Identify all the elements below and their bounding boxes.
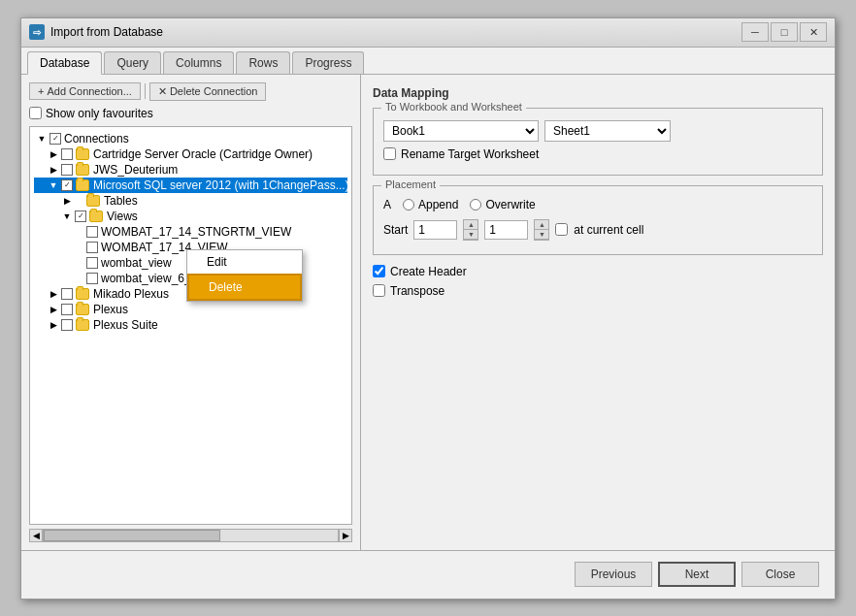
scrollbar-row: ◀ ▶	[29, 529, 352, 542]
row-spinner-down[interactable]: ▼	[464, 230, 477, 240]
transpose-label: Transpose	[390, 284, 444, 298]
root-expander[interactable]: ▼	[36, 133, 48, 145]
wombat3-checkbox[interactable]	[86, 257, 98, 269]
previous-button[interactable]: Previous	[575, 562, 652, 587]
tree-item-tables[interactable]: ▶ Tables	[34, 193, 347, 209]
context-menu-edit[interactable]: Edit	[187, 250, 302, 274]
maximize-button[interactable]: □	[771, 22, 798, 42]
wombat4-label: wombat_view_6_1	[101, 272, 197, 285]
row-spinner: ▲ ▼	[463, 219, 478, 241]
mikado-checkbox[interactable]	[61, 288, 73, 300]
content-area: + Add Connection... ✕ Delete Connection …	[21, 75, 835, 550]
footer: Previous Next Close	[21, 550, 835, 599]
connection-toolbar: + Add Connection... ✕ Delete Connection	[29, 82, 352, 101]
row-spinner-up[interactable]: ▲	[464, 220, 477, 230]
create-header-checkbox[interactable]	[373, 265, 385, 277]
delete-connection-button[interactable]: ✕ Delete Connection	[149, 82, 267, 101]
overwrite-radio[interactable]	[470, 199, 481, 211]
tables-folder-icon	[86, 195, 100, 207]
wombat4-checkbox[interactable]	[86, 273, 98, 284]
root-label: Connections	[64, 132, 129, 146]
placement-content: A Append Overwrite Start	[383, 198, 812, 241]
mssql-expander[interactable]: ▼	[48, 179, 59, 191]
jws-folder-icon	[76, 164, 89, 176]
mikado-folder-icon	[76, 288, 89, 300]
close-button[interactable]: Close	[741, 562, 819, 587]
cartridge-checkbox[interactable]	[61, 148, 73, 160]
tree-item-mssql[interactable]: ▼ ✓ Microsoft SQL server 2012 (with 1Cha…	[34, 178, 347, 193]
tree-item-plexus[interactable]: ▶ Plexus	[34, 302, 347, 317]
create-header-label: Create Header	[390, 265, 467, 278]
tree-item-wombat1[interactable]: WOMBAT_17_14_STNGRTM_VIEW	[34, 224, 347, 240]
cartridge-folder-icon	[76, 148, 89, 160]
tab-database[interactable]: Database	[27, 51, 102, 75]
toolbar-separator	[145, 83, 146, 99]
views-expander[interactable]: ▼	[61, 211, 73, 222]
plexus-checkbox[interactable]	[61, 304, 73, 315]
tables-expander[interactable]: ▶	[61, 195, 73, 207]
tab-query[interactable]: Query	[104, 51, 161, 74]
overwrite-option: Overwrite	[470, 198, 535, 211]
placement-group: Placement A Append Overwrite	[373, 185, 823, 255]
window-close-button[interactable]: ✕	[800, 22, 827, 42]
cartridge-label: Cartridge Server Oracle (Cartridge Owner…	[93, 147, 313, 161]
tree-root[interactable]: ▼ ✓ Connections	[34, 131, 347, 146]
wombat3-label: wombat_view	[101, 256, 172, 270]
root-checkbox[interactable]: ✓	[49, 133, 61, 145]
tree-container[interactable]: ▼ ✓ Connections ▶ Cartridge Server Oracl…	[29, 126, 352, 525]
tab-progress[interactable]: Progress	[292, 51, 364, 74]
rename-target-checkbox[interactable]	[383, 147, 396, 160]
views-checkbox[interactable]: ✓	[75, 211, 86, 222]
scroll-left-button[interactable]: ◀	[29, 529, 43, 542]
wombat1-checkbox[interactable]	[86, 226, 98, 238]
next-button[interactable]: Next	[658, 562, 736, 587]
plexus-expander[interactable]: ▶	[48, 304, 59, 315]
right-panel: Data Mapping To Workbook and Worksheet B…	[361, 75, 835, 550]
placement-radio-row: A Append Overwrite	[383, 198, 812, 211]
window-title: Import from Database	[50, 25, 741, 39]
plexussuite-checkbox[interactable]	[61, 319, 73, 331]
append-radio[interactable]	[403, 199, 414, 211]
start-row-input[interactable]	[413, 220, 457, 240]
col-spinner: ▲ ▼	[534, 219, 549, 241]
connection-tree: ▼ ✓ Connections ▶ Cartridge Server Oracl…	[30, 127, 351, 524]
jws-label: JWS_Deuterium	[93, 163, 178, 177]
cartridge-expander[interactable]: ▶	[48, 148, 59, 160]
sheet-select[interactable]: Sheet1	[544, 120, 671, 142]
workbook-row: Book1 Sheet1	[383, 120, 812, 142]
rename-target-row: Rename Target Worksheet	[383, 147, 812, 161]
tables-label: Tables	[104, 194, 138, 208]
context-menu-delete[interactable]: Delete	[187, 274, 302, 301]
start-col-input[interactable]	[484, 220, 528, 240]
data-mapping-title: Data Mapping	[373, 86, 823, 100]
show-favourites-checkbox[interactable]	[29, 107, 42, 119]
plexussuite-expander[interactable]: ▶	[48, 319, 59, 331]
placement-a-label: A	[383, 198, 391, 211]
tree-item-jws[interactable]: ▶ JWS_Deuterium	[34, 162, 347, 178]
title-bar-buttons: ─ □ ✕	[741, 22, 827, 42]
tab-columns[interactable]: Columns	[163, 51, 234, 74]
tree-item-cartridge[interactable]: ▶ Cartridge Server Oracle (Cartridge Own…	[34, 146, 347, 162]
col-spinner-up[interactable]: ▲	[535, 220, 548, 230]
wombat2-checkbox[interactable]	[86, 242, 98, 253]
horizontal-scrollbar[interactable]	[43, 529, 339, 542]
plexussuite-folder-icon	[76, 319, 89, 331]
tab-rows[interactable]: Rows	[236, 51, 290, 74]
transpose-checkbox[interactable]	[373, 284, 385, 297]
add-icon: +	[38, 85, 44, 97]
workbook-group: To Workbook and Worksheet Book1 Sheet1 R…	[373, 108, 823, 176]
mssql-checkbox[interactable]: ✓	[61, 179, 73, 191]
col-spinner-down[interactable]: ▼	[535, 230, 548, 240]
minimize-button[interactable]: ─	[741, 22, 769, 42]
jws-checkbox[interactable]	[61, 164, 73, 176]
at-current-cell-checkbox[interactable]	[555, 223, 568, 236]
add-connection-button[interactable]: + Add Connection...	[29, 82, 141, 100]
tree-item-views[interactable]: ▼ ✓ Views	[34, 209, 347, 224]
jws-expander[interactable]: ▶	[48, 164, 59, 176]
scroll-right-button[interactable]: ▶	[339, 529, 352, 542]
plexus-folder-icon	[76, 304, 89, 315]
tree-item-plexussuite[interactable]: ▶ Plexus Suite	[34, 317, 347, 333]
mikado-expander[interactable]: ▶	[48, 288, 59, 300]
book-select[interactable]: Book1	[383, 120, 539, 142]
plexussuite-label: Plexus Suite	[93, 318, 158, 332]
